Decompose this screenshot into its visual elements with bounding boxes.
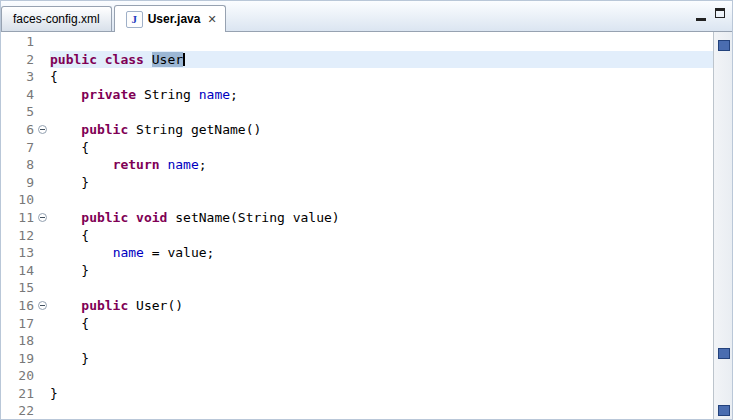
tab-user-java[interactable]: J User.java ✕	[114, 5, 226, 32]
code-text: {	[50, 227, 713, 245]
fold-column	[37, 51, 50, 69]
fold-collapse-icon[interactable]	[38, 213, 47, 222]
fold-column	[37, 367, 50, 385]
code-token: public	[81, 210, 128, 225]
code-token: }	[50, 386, 58, 401]
minimize-icon[interactable]	[696, 8, 706, 21]
line-number: 3	[1, 68, 37, 86]
code-text: }	[50, 350, 713, 368]
editor-window: faces-config.xml J User.java ✕ 12public …	[0, 0, 733, 420]
code-line[interactable]: 21}	[1, 385, 713, 403]
code-line[interactable]: 20	[1, 367, 713, 385]
code-line[interactable]: 6 public String getName()	[1, 121, 713, 139]
code-token	[50, 122, 81, 137]
java-file-icon: J	[126, 11, 143, 28]
code-token: ;	[230, 87, 238, 102]
code-token: ;	[199, 157, 207, 172]
line-number: 13	[1, 244, 37, 262]
line-number: 14	[1, 262, 37, 280]
code-text: {	[50, 315, 713, 333]
code-token: private	[81, 87, 136, 102]
code-token	[50, 298, 81, 313]
tab-label: faces-config.xml	[13, 12, 100, 26]
code-line[interactable]: 5	[1, 103, 713, 121]
line-number: 9	[1, 174, 37, 192]
code-line[interactable]: 4 private String name;	[1, 86, 713, 104]
code-line[interactable]: 11 public void setName(String value)	[1, 209, 713, 227]
code-line[interactable]: 8 return name;	[1, 156, 713, 174]
code-line[interactable]: 2public class User	[1, 51, 713, 69]
line-number: 5	[1, 103, 37, 121]
selected-text: User	[152, 52, 183, 67]
code-text: }	[50, 385, 713, 403]
line-number: 17	[1, 315, 37, 333]
code-token: {	[50, 140, 89, 155]
occurrence-marker[interactable]	[718, 405, 730, 416]
code-line[interactable]: 1	[1, 33, 713, 51]
code-token: void	[136, 210, 167, 225]
line-number: 18	[1, 332, 37, 350]
code-text	[50, 33, 713, 51]
code-token: public	[81, 298, 128, 313]
code-text: }	[50, 262, 713, 280]
occurrence-marker[interactable]	[718, 348, 730, 359]
fold-collapse-icon[interactable]	[38, 301, 47, 310]
code-line[interactable]: 22	[1, 402, 713, 419]
code-line[interactable]: 12 {	[1, 227, 713, 245]
code-token: return	[113, 157, 160, 172]
code-line[interactable]: 15	[1, 279, 713, 297]
tab-close-icon[interactable]: ✕	[207, 13, 216, 26]
code-token	[50, 157, 113, 172]
fold-column	[37, 191, 50, 209]
code-line[interactable]: 16 public User()	[1, 297, 713, 315]
fold-collapse-icon[interactable]	[38, 125, 47, 134]
line-number: 1	[1, 33, 37, 51]
code-text	[50, 103, 713, 121]
code-text: {	[50, 139, 713, 157]
code-token: {	[50, 316, 89, 331]
code-line[interactable]: 17 {	[1, 315, 713, 333]
tab-faces-config[interactable]: faces-config.xml	[1, 6, 112, 31]
code-text: private String name;	[50, 86, 713, 104]
code-token: }	[50, 263, 89, 278]
code-lines: 12public class User3{4 private String na…	[1, 32, 713, 419]
maximize-icon[interactable]	[715, 8, 725, 18]
line-number: 6	[1, 121, 37, 139]
line-number: 11	[1, 209, 37, 227]
fold-column	[37, 227, 50, 245]
code-line[interactable]: 7 {	[1, 139, 713, 157]
line-number: 4	[1, 86, 37, 104]
code-line[interactable]: 13 name = value;	[1, 244, 713, 262]
code-text: return name;	[50, 156, 713, 174]
fold-toggle[interactable]	[37, 121, 50, 139]
code-line[interactable]: 19 }	[1, 350, 713, 368]
code-text	[50, 332, 713, 350]
code-line[interactable]: 3{	[1, 68, 713, 86]
tab-label: User.java	[148, 12, 201, 26]
code-line[interactable]: 10	[1, 191, 713, 209]
line-number: 15	[1, 279, 37, 297]
fold-column	[37, 174, 50, 192]
line-number: 8	[1, 156, 37, 174]
code-token: {	[50, 228, 89, 243]
code-line[interactable]: 18	[1, 332, 713, 350]
code-token	[50, 87, 81, 102]
code-editor[interactable]: 12public class User3{4 private String na…	[1, 32, 732, 419]
fold-column	[37, 103, 50, 121]
code-text	[50, 191, 713, 209]
overview-ruler[interactable]	[713, 32, 732, 419]
line-number: 16	[1, 297, 37, 315]
code-line[interactable]: 9 }	[1, 174, 713, 192]
code-text: public void setName(String value)	[50, 209, 713, 227]
fold-column	[37, 315, 50, 333]
occurrence-marker[interactable]	[718, 40, 730, 51]
fold-column	[37, 385, 50, 403]
code-text	[50, 367, 713, 385]
code-token: = value;	[144, 245, 214, 260]
code-text: public String getName()	[50, 121, 713, 139]
line-number: 22	[1, 402, 37, 419]
line-number: 2	[1, 51, 37, 69]
fold-toggle[interactable]	[37, 297, 50, 315]
fold-toggle[interactable]	[37, 209, 50, 227]
code-line[interactable]: 14 }	[1, 262, 713, 280]
